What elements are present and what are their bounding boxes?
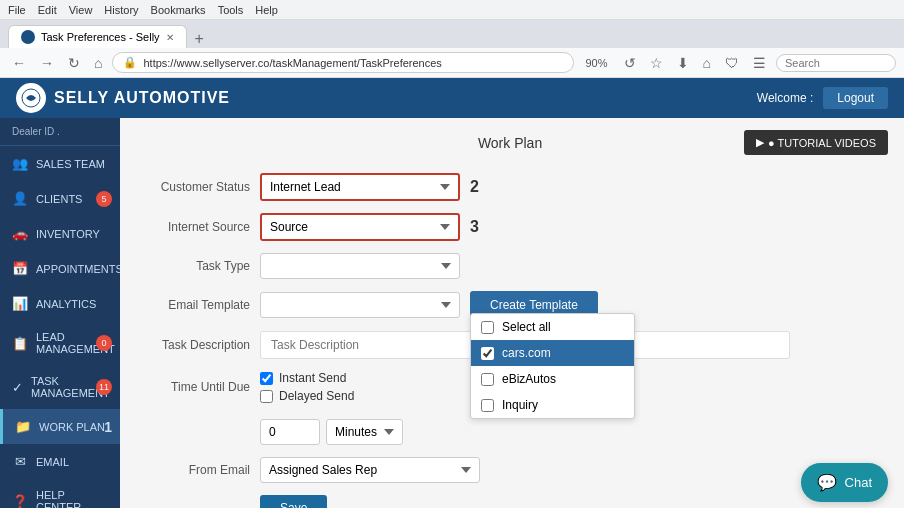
clients-icon: 👤: [12, 191, 28, 206]
home-button[interactable]: ⌂: [90, 53, 106, 73]
dropdown-select-all[interactable]: Select all: [471, 314, 634, 340]
menu-help[interactable]: Help: [255, 4, 278, 16]
dealer-id: Dealer ID .: [0, 118, 120, 146]
menu-file[interactable]: File: [8, 4, 26, 16]
save-button[interactable]: Save: [260, 495, 327, 508]
menu-bookmarks[interactable]: Bookmarks: [151, 4, 206, 16]
internet-source-select[interactable]: Source cars.com eBizAutos Inquiry: [260, 213, 460, 241]
save-row: Save: [140, 495, 884, 508]
header-right: Welcome : Logout: [757, 87, 888, 109]
menu-edit[interactable]: Edit: [38, 4, 57, 16]
sidebar-item-lead-management[interactable]: 📋 LEAD MANAGEMENT 0: [0, 321, 120, 365]
from-email-row: From Email Assigned Sales Rep: [140, 457, 884, 483]
logout-button[interactable]: Logout: [823, 87, 888, 109]
menu-icon[interactable]: ☰: [749, 53, 770, 73]
sidebar-item-inventory[interactable]: 🚗 INVENTORY: [0, 216, 120, 251]
play-icon: ▶: [756, 136, 764, 149]
logo-icon: [16, 83, 46, 113]
dropdown-item-ebizautos[interactable]: eBizAutos: [471, 366, 634, 392]
dropdown-item-carscom[interactable]: cars.com: [471, 340, 634, 366]
new-tab-button[interactable]: +: [187, 30, 212, 48]
house-icon[interactable]: ⌂: [699, 53, 715, 73]
logo-text: SELLY AUTOMOTIVE: [54, 89, 230, 107]
sidebar-item-email[interactable]: ✉ EMAIL: [0, 444, 120, 479]
internet-source-dropdown[interactable]: Select all cars.com eBizAutos Inquiry: [470, 313, 635, 419]
email-template-label: Email Template: [140, 298, 250, 312]
ebizautos-checkbox[interactable]: [481, 373, 494, 386]
carscom-checkbox[interactable]: [481, 347, 494, 360]
chat-button[interactable]: 💬 Chat: [801, 463, 888, 502]
ssl-icon: 🔒: [123, 56, 137, 69]
menu-view[interactable]: View: [69, 4, 93, 16]
menu-tools[interactable]: Tools: [218, 4, 244, 16]
app-header: SELLY AUTOMOTIVE Welcome : Logout: [0, 78, 904, 118]
task-management-icon: ✓: [12, 380, 23, 395]
inquiry-label: Inquiry: [502, 398, 538, 412]
shield-icon[interactable]: 🛡: [721, 53, 743, 73]
dropdown-item-inquiry[interactable]: Inquiry: [471, 392, 634, 418]
app-container: Dealer ID . 👥 SALES TEAM 👤 CLIENTS 5 🚗 I…: [0, 118, 904, 508]
work-plan-icon: 📁: [15, 419, 31, 434]
url-text: https://www.sellyserver.co/taskManagemen…: [143, 57, 441, 69]
active-tab[interactable]: Task Preferences - Selly ✕: [8, 25, 187, 48]
tab-favicon: [21, 30, 35, 44]
select-all-label: Select all: [502, 320, 551, 334]
menu-bar: File Edit View History Bookmarks Tools H…: [0, 0, 904, 20]
sidebar-label-sales-team: SALES TEAM: [36, 158, 105, 170]
sidebar-item-help-center[interactable]: ❓ HELP CENTER: [0, 479, 120, 508]
time-until-due-label: Time Until Due: [140, 380, 250, 394]
back-button[interactable]: ←: [8, 53, 30, 73]
menu-history[interactable]: History: [104, 4, 138, 16]
task-description-label: Task Description: [140, 338, 250, 352]
download-icon[interactable]: ⬇: [673, 53, 693, 73]
from-email-select[interactable]: Assigned Sales Rep: [260, 457, 480, 483]
customer-status-label: Customer Status: [140, 180, 250, 194]
time-value-input[interactable]: 0: [260, 419, 320, 445]
app-logo: SELLY AUTOMOTIVE: [16, 83, 230, 113]
tutorial-videos-button[interactable]: ▶ ● TUTORIAL VIDEOS: [744, 130, 888, 155]
from-email-control: Assigned Sales Rep: [260, 457, 480, 483]
reload-icon[interactable]: ↺: [620, 53, 640, 73]
task-type-select[interactable]: [260, 253, 460, 279]
sidebar-item-appointments[interactable]: 📅 APPOINTMENTS: [0, 251, 120, 286]
ebizautos-label: eBizAutos: [502, 372, 556, 386]
sidebar-item-clients[interactable]: 👤 CLIENTS 5: [0, 181, 120, 216]
search-input[interactable]: [776, 54, 896, 72]
url-bar[interactable]: 🔒 https://www.sellyserver.co/taskManagem…: [112, 52, 573, 73]
star-icon[interactable]: ☆: [646, 53, 667, 73]
sidebar-item-task-management[interactable]: ✓ TASK MANAGEMENT 11: [0, 365, 120, 409]
refresh-button[interactable]: ↻: [64, 53, 84, 73]
sidebar-label-clients: CLIENTS: [36, 193, 82, 205]
select-all-checkbox[interactable]: [481, 321, 494, 334]
sidebar: Dealer ID . 👥 SALES TEAM 👤 CLIENTS 5 🚗 I…: [0, 118, 120, 508]
instant-send-checkbox[interactable]: [260, 372, 273, 385]
chat-bubble-icon: 💬: [817, 473, 837, 492]
task-type-control: [260, 253, 460, 279]
delayed-send-checkbox-label[interactable]: Delayed Send: [260, 389, 354, 403]
tab-close-icon[interactable]: ✕: [166, 32, 174, 43]
step3-number: 3: [470, 218, 479, 236]
nav-bar: ← → ↻ ⌂ 🔒 https://www.sellyserver.co/tas…: [0, 48, 904, 78]
instant-send-checkbox-label[interactable]: Instant Send: [260, 371, 354, 385]
tutorial-label: ● TUTORIAL VIDEOS: [768, 137, 876, 149]
email-template-control: [260, 292, 460, 318]
customer-status-select[interactable]: Internet Lead Customer Prospect: [260, 173, 460, 201]
lead-management-badge: 0: [96, 335, 112, 351]
step1-label: 1: [104, 419, 112, 435]
instant-send-text: Instant Send: [279, 371, 346, 385]
internet-source-row: Internet Source Source cars.com eBizAuto…: [140, 213, 884, 241]
inquiry-checkbox[interactable]: [481, 399, 494, 412]
lead-management-icon: 📋: [12, 336, 28, 351]
delayed-send-checkbox[interactable]: [260, 390, 273, 403]
analytics-icon: 📊: [12, 296, 28, 311]
task-type-row: Task Type: [140, 253, 884, 279]
sidebar-item-sales-team[interactable]: 👥 SALES TEAM: [0, 146, 120, 181]
minutes-select[interactable]: Minutes: [326, 419, 403, 445]
sidebar-item-analytics[interactable]: 📊 ANALYTICS: [0, 286, 120, 321]
sidebar-label-analytics: ANALYTICS: [36, 298, 96, 310]
sidebar-item-work-plan[interactable]: 📁 WORK PLAN 1: [0, 409, 120, 444]
task-type-label: Task Type: [140, 259, 250, 273]
forward-button[interactable]: →: [36, 53, 58, 73]
tab-title: Task Preferences - Selly: [41, 31, 160, 43]
email-template-select[interactable]: [260, 292, 460, 318]
